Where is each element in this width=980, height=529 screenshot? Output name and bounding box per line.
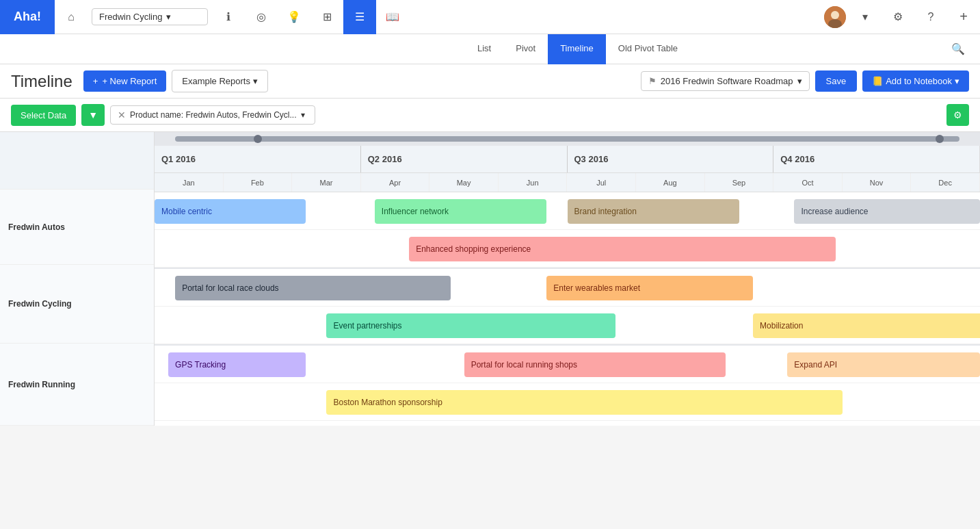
- tab-pivot[interactable]: Pivot: [503, 34, 548, 64]
- month-cell-jul: Jul: [567, 173, 636, 192]
- user-dropdown-btn[interactable]: ▾: [849, 0, 882, 34]
- chevron-down-icon: ▾: [253, 76, 258, 86]
- settings-nav-btn[interactable]: ⚙: [882, 0, 914, 34]
- svg-point-1: [831, 11, 839, 19]
- gantt-row-0-1: Enhanced shopping experience: [155, 230, 980, 268]
- gantt-bar[interactable]: Influencer network: [375, 199, 546, 224]
- scroll-handle-left[interactable]: [254, 135, 262, 143]
- timeline-settings-button[interactable]: ⚙: [946, 104, 969, 126]
- label-fredwin-cycling: Fredwin Cycling: [0, 265, 154, 344]
- gantt-bar[interactable]: Enter wearables market: [546, 276, 753, 300]
- quarter-q4: Q4 2016: [773, 146, 980, 172]
- list-nav-btn[interactable]: ☰: [343, 0, 376, 34]
- month-cell-jan: Jan: [155, 173, 224, 192]
- month-cell-mar: Mar: [292, 173, 361, 192]
- gantt-bar[interactable]: Expand API: [787, 352, 980, 377]
- add-to-notebook-label: Add to Notebook: [886, 76, 952, 86]
- gantt-bar[interactable]: Portal for local race clouds: [175, 276, 450, 300]
- months-row: JanFebMarAprMayJunJulAugSepOctNovDec: [155, 173, 980, 192]
- notebook-icon: 📒: [872, 76, 883, 86]
- month-cell-dec: Dec: [911, 173, 980, 192]
- group-label: Fredwin Running: [8, 380, 75, 389]
- filter-icon: ▼: [88, 109, 98, 120]
- product-selector[interactable]: Fredwin Cycling ▾: [92, 8, 208, 25]
- month-cell-apr: Apr: [361, 173, 430, 192]
- gantt-row-2-0: GPS TrackingPortal for local running sho…: [155, 346, 980, 383]
- target-nav-btn[interactable]: ◎: [245, 0, 278, 34]
- flag-icon: ⚑: [648, 76, 657, 86]
- add-to-notebook-button[interactable]: 📒 Add to Notebook ▾: [862, 70, 969, 92]
- tab-old-pivot[interactable]: Old Pivot Table: [606, 34, 690, 64]
- clear-filter-icon[interactable]: ✕: [118, 109, 126, 120]
- page-title: Timeline: [11, 72, 72, 91]
- scroll-handle-right[interactable]: [936, 135, 944, 143]
- label-fredwin-autos: Fredwin Autos: [0, 190, 154, 265]
- month-cell-may: May: [429, 173, 499, 192]
- gantt-row-0-0: Mobile centricInfluencer networkBrand in…: [155, 192, 980, 230]
- month-cell-aug: Aug: [636, 173, 705, 192]
- app-logo[interactable]: Aha!: [0, 0, 55, 34]
- nav-right: ▾ ⚙ ? +: [821, 0, 980, 34]
- grid-nav-btn[interactable]: ⊞: [310, 0, 343, 34]
- filter-button[interactable]: ▼: [81, 104, 105, 126]
- roadmap-label: 2016 Fredwin Software Roadmap: [661, 76, 793, 86]
- timeline-labels: Fredwin Autos Fredwin Cycling Fredwin Ru…: [0, 132, 155, 426]
- gantt-row-2-1: Boston Marathon sponsorship: [155, 383, 980, 421]
- gantt-bar[interactable]: Enhanced shopping experience: [409, 237, 836, 261]
- month-cell-jun: Jun: [499, 173, 568, 192]
- new-report-label: + New Report: [102, 76, 157, 86]
- gantt-area: Mobile centricInfluencer networkBrand in…: [155, 192, 980, 421]
- chevron-down-icon: ▾: [301, 110, 305, 120]
- toolbar: Timeline + + New Report Example Reports …: [0, 64, 980, 99]
- month-cell-sep: Sep: [705, 173, 774, 192]
- group-label: Fredwin Cycling: [8, 299, 72, 309]
- scroll-bar[interactable]: [155, 132, 980, 146]
- top-nav: Aha! ⌂ Fredwin Cycling ▾ ℹ ◎ 💡 ⊞ ☰ 📖 ▾ ⚙…: [0, 0, 980, 34]
- gantt-bar[interactable]: Boston Marathon sponsorship: [326, 390, 842, 415]
- quarter-q2: Q2 2016: [361, 146, 568, 172]
- timeline-grid: Q1 2016 Q2 2016 Q3 2016 Q4 2016 JanFebMa…: [155, 132, 980, 426]
- bulb-nav-btn[interactable]: 💡: [278, 0, 310, 34]
- info-nav-btn[interactable]: ℹ: [212, 0, 245, 34]
- filter-bar: Select Data ▼ ✕ Product name: Fredwin Au…: [0, 99, 980, 132]
- new-report-button[interactable]: + + New Report: [83, 70, 166, 92]
- label-spacer: [0, 132, 154, 190]
- chevron-down-icon: ▾: [797, 76, 802, 86]
- save-button[interactable]: Save: [815, 70, 858, 92]
- filter-tag[interactable]: ✕ Product name: Fredwin Autos, Fredwin C…: [110, 105, 315, 125]
- gantt-bar[interactable]: Event partnerships: [326, 313, 615, 338]
- roadmap-selector[interactable]: ⚑ 2016 Fredwin Software Roadmap ▾: [641, 71, 810, 91]
- plus-icon: +: [93, 76, 98, 86]
- gantt-bar[interactable]: Brand integration: [568, 199, 739, 224]
- example-reports-label: Example Reports: [182, 76, 250, 86]
- gantt-bar[interactable]: Mobilization: [753, 313, 980, 338]
- search-icon[interactable]: 🔍: [947, 38, 969, 60]
- group-label: Fredwin Autos: [8, 222, 65, 232]
- avatar[interactable]: [824, 6, 846, 28]
- tab-timeline[interactable]: Timeline: [548, 34, 606, 64]
- gantt-bar[interactable]: Mobile centric: [155, 199, 306, 224]
- product-selector-label: Fredwin Cycling: [99, 12, 162, 22]
- quarters-row: Q1 2016 Q2 2016 Q3 2016 Q4 2016: [155, 146, 980, 173]
- gantt-bar[interactable]: GPS Tracking: [168, 352, 306, 377]
- month-cell-feb: Feb: [224, 173, 293, 192]
- gantt-bar[interactable]: Increase audience: [794, 199, 980, 224]
- month-cell-nov: Nov: [843, 173, 912, 192]
- add-nav-btn[interactable]: +: [947, 0, 980, 34]
- chevron-down-icon: ▾: [166, 12, 171, 22]
- select-data-button[interactable]: Select Data: [11, 105, 76, 126]
- label-fredwin-running: Fredwin Running: [0, 344, 154, 426]
- filter-value: Product name: Fredwin Autos, Fredwin Cyc…: [130, 110, 296, 120]
- help-nav-btn[interactable]: ?: [914, 0, 947, 34]
- scroll-thumb[interactable]: [175, 136, 959, 142]
- tab-list[interactable]: List: [465, 34, 503, 64]
- gantt-row-1-1: Event partnershipsMobilization: [155, 307, 980, 344]
- home-nav-btn[interactable]: ⌂: [55, 0, 88, 34]
- quarter-q3: Q3 2016: [568, 146, 774, 172]
- book-nav-btn[interactable]: 📖: [376, 0, 409, 34]
- gantt-bar[interactable]: Portal for local running shops: [464, 352, 726, 377]
- quarter-q1: Q1 2016: [155, 146, 361, 172]
- example-reports-button[interactable]: Example Reports ▾: [172, 70, 268, 92]
- month-cell-oct: Oct: [773, 173, 843, 192]
- timeline-container: Fredwin Autos Fredwin Cycling Fredwin Ru…: [0, 132, 980, 426]
